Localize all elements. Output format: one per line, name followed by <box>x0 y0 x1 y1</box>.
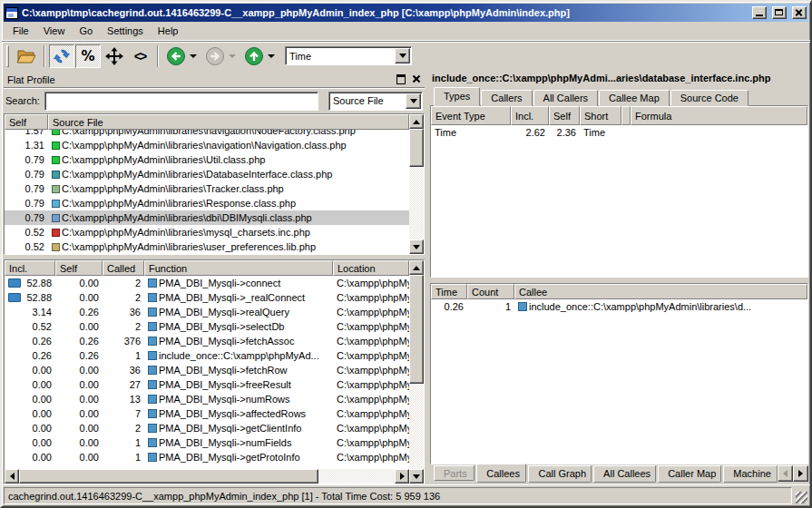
column-header[interactable]: Event Type <box>431 106 511 125</box>
incl-value: 0.00 <box>33 394 52 405</box>
table-row[interactable]: 0.000.0027PMA_DBI_Mysqli->freeResultC:\x… <box>5 377 409 392</box>
menu-item-go[interactable]: Go <box>72 24 100 39</box>
column-header[interactable]: Incl. <box>5 260 55 276</box>
column-header[interactable]: Location <box>333 260 409 276</box>
scroll-down-button[interactable] <box>409 469 424 484</box>
open-file-button[interactable] <box>13 44 40 68</box>
expand-areas-button[interactable] <box>102 44 127 68</box>
reload-button[interactable] <box>49 44 74 68</box>
cycle-detection-button[interactable]: <> <box>128 44 153 68</box>
table-row[interactable]: 0.260.261include_once::C:\xampp\phpMyAd.… <box>5 348 409 363</box>
column-header[interactable]: Self <box>5 114 48 130</box>
source-table-vscrollbar[interactable] <box>409 114 424 254</box>
table-row[interactable]: 0.79C:\xampp\phpMyAdmin\libraries\dbi\DB… <box>5 210 409 225</box>
table-row[interactable]: 0.000.007PMA_DBI_Mysqli->affectedRowsC:\… <box>5 406 409 421</box>
combobox-arrow-button[interactable] <box>395 48 410 64</box>
tab-callee-map[interactable]: Callee Map <box>599 90 670 106</box>
tab-scroll-buttons <box>778 465 808 482</box>
column-header[interactable]: Formula <box>631 106 807 125</box>
table-row[interactable]: 1.31C:\xampp\phpMyAdmin\libraries\naviga… <box>5 138 409 152</box>
table-row[interactable]: 0.000.0036PMA_DBI_Mysqli->fetchRowC:\xam… <box>5 363 409 377</box>
tab-call-graph[interactable]: Call Graph <box>528 465 592 483</box>
menu-item-file[interactable]: File <box>5 24 36 39</box>
tab-source-code[interactable]: Source Code <box>670 90 748 106</box>
table-row[interactable]: 52.880.002PMA_DBI_Mysqli->connectC:\xamp… <box>5 276 409 290</box>
scrollbar-thumb[interactable] <box>19 469 318 484</box>
table-row[interactable]: 0.79C:\xampp\phpMyAdmin\libraries\Databa… <box>5 167 409 181</box>
table-row[interactable]: 52.880.002PMA_DBI_Mysqli->_realConnectC:… <box>5 290 409 305</box>
maximize-button[interactable] <box>772 6 787 19</box>
table-row[interactable]: 0.000.002PMA_DBI_Mysqli->getClientInfoC:… <box>5 421 409 435</box>
detail-panel: include_once::C:\xampp\phpMyAdmi...aries… <box>430 70 810 484</box>
column-header[interactable]: Short <box>580 106 621 125</box>
relative-percent-toggle[interactable]: % <box>75 44 101 68</box>
menu-item-help[interactable]: Help <box>151 24 186 39</box>
search-input[interactable] <box>44 92 318 111</box>
tab-types[interactable]: Types <box>434 87 480 106</box>
column-header[interactable]: Source File <box>48 114 409 130</box>
column-header[interactable]: Function <box>144 260 333 276</box>
file-path: C:\xampp\phpMyAdmin\libraries\Tracker.cl… <box>62 183 284 194</box>
tab-parts[interactable]: Parts <box>434 465 474 481</box>
column-header[interactable]: Time <box>431 284 467 299</box>
arrow-right-icon <box>798 470 803 477</box>
combobox-arrow-button[interactable] <box>406 93 421 109</box>
menu-item-view[interactable]: View <box>36 24 73 39</box>
dock-close-button[interactable] <box>410 73 423 85</box>
menu-item-settings[interactable]: Settings <box>100 24 151 39</box>
titlebar[interactable]: C:\xampp\tmp\cachegrind.out.1416463299-C… <box>4 4 808 22</box>
table-row[interactable]: 0.520.002PMA_DBI_Mysqli->selectDbC:\xamp… <box>5 319 409 334</box>
table-row[interactable]: 0.52C:\xampp\phpMyAdmin\libraries\user_p… <box>5 239 409 254</box>
table-row[interactable]: Time2.622.36Time <box>431 125 807 140</box>
column-header[interactable]: Incl. <box>511 106 549 125</box>
dock-float-button[interactable] <box>395 73 407 85</box>
tabs-scroll-right-button[interactable] <box>793 465 808 482</box>
up-dropdown-arrow[interactable] <box>268 54 275 58</box>
tab-all-callees[interactable]: All Callees <box>593 465 656 483</box>
back-dropdown-arrow[interactable] <box>190 54 197 58</box>
table-row[interactable]: 0.79C:\xampp\phpMyAdmin\libraries\Util.c… <box>5 152 409 167</box>
column-header[interactable]: Callee <box>514 284 807 299</box>
scroll-left-button[interactable] <box>5 469 19 484</box>
scroll-right-button[interactable] <box>395 469 409 484</box>
table-row[interactable]: 0.000.001PMA_DBI_Mysqli->numFieldsC:\xam… <box>5 435 409 450</box>
back-button[interactable] <box>162 44 201 68</box>
table-row[interactable]: 0.000.001PMA_DBI_Mysqli->getProtoInfoC:\… <box>5 450 409 464</box>
up-icon <box>244 46 264 66</box>
function-name: PMA_DBI_Mysqli->getProtoInfo <box>159 452 300 463</box>
table-row[interactable]: 0.000.0013PMA_DBI_Mysqli->numRowsC:\xamp… <box>5 392 409 406</box>
function-table-vscrollbar[interactable] <box>409 260 424 484</box>
resize-grip[interactable] <box>794 487 808 504</box>
table-row[interactable]: 1.57C:\xampp\phpMyAdmin\libraries\naviga… <box>5 130 409 138</box>
scrollbar-thumb[interactable] <box>409 129 424 167</box>
minimize-button[interactable] <box>752 6 767 19</box>
column-header[interactable]: Called <box>103 260 144 276</box>
scroll-up-button[interactable] <box>409 260 424 275</box>
table-row[interactable]: 0.52C:\xampp\phpMyAdmin\libraries\mysql_… <box>5 225 409 239</box>
scroll-down-button[interactable] <box>409 239 424 254</box>
event-type-select[interactable]: Time <box>285 46 412 65</box>
table-row[interactable]: 0.79C:\xampp\phpMyAdmin\libraries\Tracke… <box>5 181 409 196</box>
close-button[interactable] <box>792 6 807 19</box>
function-table-hscrollbar[interactable] <box>5 469 409 484</box>
tab-callees[interactable]: Callees <box>476 464 526 483</box>
tab-machine[interactable]: Machine <box>723 465 778 483</box>
file-color-icon <box>52 171 60 179</box>
column-header[interactable] <box>621 106 631 125</box>
toolbar-handle[interactable] <box>6 45 9 67</box>
table-row[interactable]: 0.79C:\xampp\phpMyAdmin\libraries\Respon… <box>5 196 409 210</box>
tab-all-callers[interactable]: All Callers <box>533 90 599 106</box>
scroll-up-button[interactable] <box>409 114 424 129</box>
table-row[interactable]: 3.140.2636PMA_DBI_Mysqli->realQueryC:\xa… <box>5 305 409 319</box>
scrollbar-thumb[interactable] <box>409 275 424 384</box>
column-header[interactable]: Self <box>549 106 580 125</box>
tab-callers[interactable]: Callers <box>481 90 532 106</box>
tab-caller-map[interactable]: Caller Map <box>658 465 721 483</box>
self-cost-cell: 0.79 <box>5 198 48 209</box>
column-header[interactable]: Self <box>55 260 103 276</box>
up-button[interactable] <box>240 44 279 68</box>
grouping-select[interactable]: Source File <box>328 92 423 111</box>
table-row[interactable]: 0.260.26376PMA_DBI_Mysqli->fetchAssocC:\… <box>5 334 409 348</box>
column-header[interactable]: Count <box>467 284 514 299</box>
table-row[interactable]: 0.261include_once::C:\xampp\phpMyAdmin\l… <box>431 299 807 314</box>
